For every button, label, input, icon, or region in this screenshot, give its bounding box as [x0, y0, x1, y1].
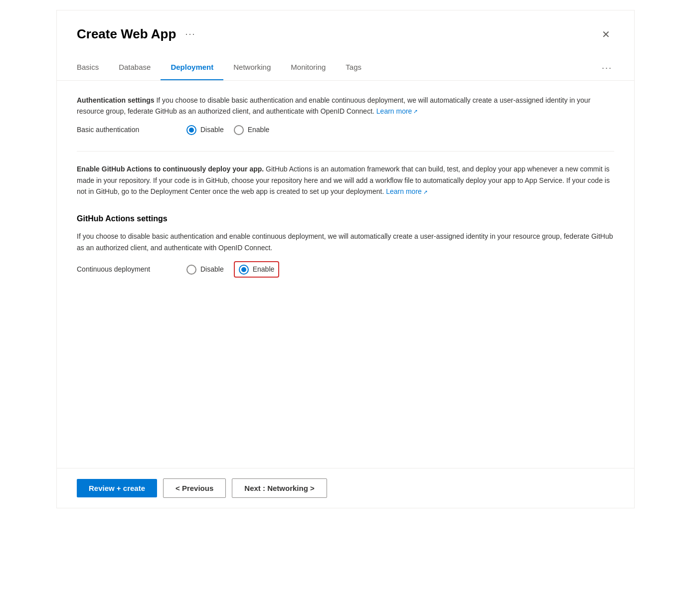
create-web-app-dialog: Create Web App ··· ✕ Basics Database Dep…	[56, 10, 635, 508]
content-area: Authentication settings If you choose to…	[57, 81, 634, 344]
basic-auth-disable-radio[interactable]	[186, 125, 196, 135]
github-actions-settings-heading: GitHub Actions settings	[77, 213, 614, 225]
continuous-deployment-field-row: Continuous deployment Disable Enable	[77, 261, 614, 278]
next-button[interactable]: Next : Networking >	[232, 478, 327, 498]
auth-settings-description: Authentication settings If you choose to…	[77, 95, 614, 117]
continuous-deploy-enable-radio[interactable]	[239, 265, 249, 275]
external-link-icon: ➚	[413, 107, 418, 116]
continuous-deploy-enable-label: Enable	[253, 264, 275, 275]
title-ellipsis-button[interactable]: ···	[182, 27, 198, 41]
basic-auth-label: Basic authentication	[77, 125, 186, 135]
github-learn-more-link[interactable]: Learn more➚	[386, 187, 428, 195]
previous-button[interactable]: < Previous	[163, 478, 226, 498]
basic-auth-disable-label: Disable	[200, 125, 224, 135]
auth-settings-section: Authentication settings If you choose to…	[77, 95, 614, 136]
review-create-button[interactable]: Review + create	[77, 479, 157, 497]
continuous-deploy-enable-highlighted[interactable]: Enable	[234, 261, 280, 278]
dialog-header: Create Web App ··· ✕	[57, 10, 634, 52]
close-button[interactable]: ✕	[598, 27, 614, 41]
basic-auth-disable-option[interactable]: Disable	[186, 125, 224, 135]
github-actions-settings-description: If you choose to disable basic authentic…	[77, 231, 614, 253]
tab-monitoring[interactable]: Monitoring	[281, 56, 336, 80]
continuous-deployment-radio-group: Disable Enable	[186, 261, 279, 278]
tabs-more-button[interactable]: ···	[600, 57, 614, 79]
github-actions-settings-section: GitHub Actions settings If you choose to…	[77, 213, 614, 278]
continuous-deploy-disable-label: Disable	[200, 264, 224, 275]
github-actions-description: Enable GitHub Actions to continuously de…	[77, 163, 614, 197]
auth-learn-more-link[interactable]: Learn more➚	[376, 107, 418, 115]
basic-auth-enable-option[interactable]: Enable	[234, 125, 270, 135]
github-actions-section: Enable GitHub Actions to continuously de…	[77, 163, 614, 197]
tab-tags[interactable]: Tags	[336, 56, 371, 80]
tab-database[interactable]: Database	[109, 56, 161, 80]
tab-deployment[interactable]: Deployment	[161, 56, 223, 80]
divider-1	[77, 151, 614, 152]
basic-auth-enable-label: Enable	[248, 125, 270, 135]
basic-auth-radio-group: Disable Enable	[186, 125, 269, 135]
basic-auth-enable-radio[interactable]	[234, 125, 244, 135]
tabs-nav: Basics Database Deployment Networking Mo…	[57, 56, 634, 81]
tab-networking[interactable]: Networking	[223, 56, 281, 80]
external-link-icon-2: ➚	[423, 188, 428, 197]
dialog-title: Create Web App	[77, 24, 176, 44]
title-area: Create Web App ···	[77, 24, 198, 44]
continuous-deploy-disable-option[interactable]: Disable	[186, 264, 224, 275]
basic-auth-field-row: Basic authentication Disable Enable	[77, 125, 614, 135]
continuous-deployment-label: Continuous deployment	[77, 264, 186, 275]
tab-basics[interactable]: Basics	[77, 56, 109, 80]
auth-settings-heading: Authentication settings	[77, 96, 155, 104]
footer: Review + create < Previous Next : Networ…	[57, 468, 634, 508]
continuous-deploy-disable-radio[interactable]	[186, 265, 196, 275]
github-actions-heading: Enable GitHub Actions to continuously de…	[77, 165, 264, 173]
